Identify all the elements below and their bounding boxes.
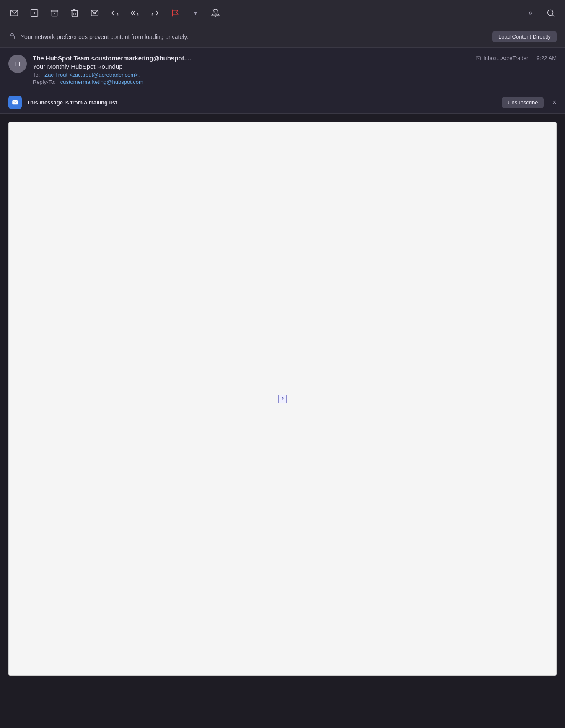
close-mailing-button[interactable]: × xyxy=(552,98,557,107)
junk-icon[interactable] xyxy=(89,8,101,18)
email-body: ? xyxy=(8,122,557,676)
svg-rect-14 xyxy=(10,36,15,39)
email-from: The HubSpot Team <customermarketing@hubs… xyxy=(33,55,472,62)
email-subject: Your Monthly HubSpot Roundup xyxy=(33,63,557,70)
reply-icon[interactable] xyxy=(109,8,121,18)
search-icon[interactable] xyxy=(545,8,557,18)
privacy-banner: Your network preferences prevent content… xyxy=(0,26,565,48)
svg-rect-4 xyxy=(51,10,58,12)
replyto-value: customermarketing@hubspot.com xyxy=(60,79,143,85)
load-content-button[interactable]: Load Content Directly xyxy=(492,31,557,42)
email-header: TT The HubSpot Team <customermarketing@h… xyxy=(0,48,565,91)
svg-line-13 xyxy=(552,15,554,16)
forward-icon[interactable] xyxy=(149,8,161,18)
compose-icon[interactable] xyxy=(8,8,20,18)
email-replyto-row: Reply-To: customermarketing@hubspot.com xyxy=(33,79,557,85)
new-message-icon[interactable] xyxy=(29,8,40,18)
replyto-label: Reply-To: xyxy=(33,79,56,85)
archive-icon[interactable] xyxy=(49,8,60,18)
email-time: 9:22 AM xyxy=(536,55,557,61)
flag-icon[interactable] xyxy=(169,8,181,18)
to-value: Zac Trout <zac.trout@acretrader.com>, xyxy=(44,72,140,78)
privacy-banner-text: Your network preferences prevent content… xyxy=(21,34,487,40)
mailing-list-banner: This message is from a mailing list. Uns… xyxy=(0,91,565,114)
broken-image-placeholder: ? xyxy=(278,395,287,403)
email-meta: The HubSpot Team <customermarketing@hubs… xyxy=(33,55,557,85)
privacy-icon xyxy=(8,32,16,42)
email-inbox-tag: Inbox...AcreTrader xyxy=(475,55,528,61)
toolbar: ▾ » xyxy=(0,0,565,26)
flag-dropdown-icon[interactable]: ▾ xyxy=(189,10,201,16)
email-to-row: To: Zac Trout <zac.trout@acretrader.com>… xyxy=(33,72,557,78)
trash-icon[interactable] xyxy=(69,8,80,18)
reply-all-icon[interactable] xyxy=(129,8,141,18)
mailing-list-icon xyxy=(8,96,22,109)
unsubscribe-button[interactable]: Unsubscribe xyxy=(502,97,544,108)
svg-point-12 xyxy=(548,10,553,15)
to-label: To: xyxy=(33,72,40,78)
notification-icon[interactable] xyxy=(210,8,221,18)
more-icon[interactable]: » xyxy=(525,8,536,17)
avatar: TT xyxy=(8,55,27,73)
mailing-list-text: This message is from a mailing list. xyxy=(27,99,497,106)
